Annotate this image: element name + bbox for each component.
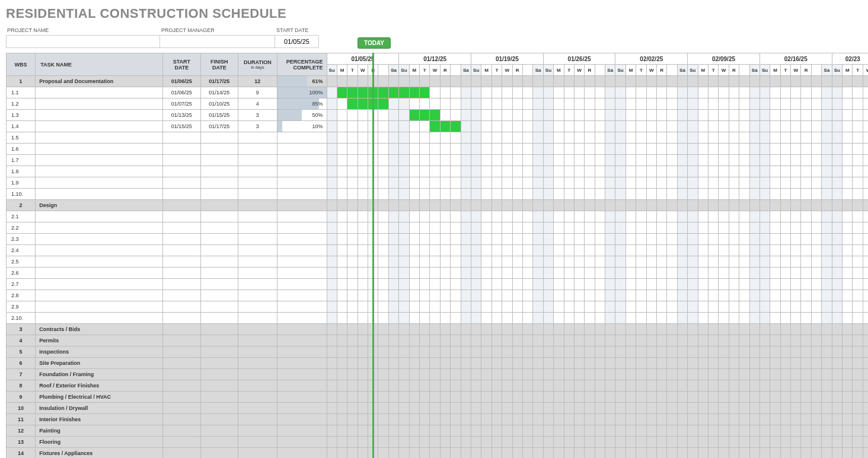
gantt-cell[interactable] bbox=[626, 313, 636, 324]
gantt-cell[interactable] bbox=[399, 392, 409, 403]
gantt-cell[interactable] bbox=[822, 132, 832, 144]
gantt-cell[interactable] bbox=[595, 437, 605, 448]
gantt-cell[interactable] bbox=[368, 313, 378, 324]
gantt-cell[interactable] bbox=[512, 346, 522, 358]
cell-finish[interactable]: 01/17/25 bbox=[200, 76, 238, 87]
cell-finish[interactable]: 01/17/25 bbox=[200, 121, 238, 132]
gantt-cell[interactable] bbox=[646, 290, 656, 301]
gantt-cell[interactable] bbox=[708, 144, 718, 155]
cell-duration[interactable] bbox=[238, 313, 277, 324]
gantt-cell[interactable] bbox=[801, 110, 811, 121]
gantt-cell[interactable] bbox=[388, 121, 398, 132]
gantt-cell[interactable] bbox=[822, 414, 832, 425]
gantt-cell[interactable] bbox=[585, 313, 595, 324]
gantt-cell[interactable] bbox=[512, 211, 522, 222]
gantt-cell[interactable] bbox=[853, 346, 863, 358]
gantt-cell[interactable] bbox=[749, 245, 760, 256]
gantt-cell[interactable] bbox=[512, 76, 522, 87]
gantt-cell[interactable] bbox=[719, 132, 729, 144]
gantt-cell[interactable] bbox=[347, 346, 358, 358]
gantt-cell[interactable] bbox=[615, 369, 626, 380]
gantt-cell[interactable] bbox=[512, 324, 522, 335]
gantt-cell[interactable] bbox=[358, 335, 368, 346]
gantt-cell[interactable] bbox=[832, 222, 842, 234]
gantt-cell[interactable] bbox=[399, 358, 409, 369]
gantt-cell[interactable] bbox=[471, 324, 481, 335]
cell-percent[interactable] bbox=[277, 414, 327, 425]
gantt-cell[interactable] bbox=[749, 87, 760, 98]
gantt-cell[interactable] bbox=[430, 358, 440, 369]
gantt-cell[interactable] bbox=[440, 166, 450, 177]
gantt-cell[interactable] bbox=[791, 155, 801, 166]
gantt-cell[interactable] bbox=[554, 392, 564, 403]
gantt-cell[interactable] bbox=[729, 177, 739, 189]
gantt-cell[interactable] bbox=[543, 301, 553, 313]
gantt-cell[interactable] bbox=[657, 211, 667, 222]
gantt-cell[interactable] bbox=[533, 279, 543, 290]
gantt-cell[interactable] bbox=[677, 155, 687, 166]
gantt-cell[interactable] bbox=[853, 358, 863, 369]
gantt-cell[interactable] bbox=[564, 121, 574, 132]
cell-duration[interactable] bbox=[238, 414, 277, 425]
cell-finish[interactable] bbox=[200, 346, 238, 358]
gantt-cell[interactable] bbox=[780, 189, 790, 200]
gantt-cell[interactable] bbox=[502, 380, 512, 392]
gantt-cell[interactable] bbox=[605, 76, 615, 87]
gantt-cell[interactable] bbox=[843, 144, 853, 155]
gantt-cell[interactable] bbox=[358, 76, 368, 87]
gantt-cell[interactable] bbox=[420, 279, 430, 290]
gantt-cell[interactable] bbox=[368, 279, 378, 290]
gantt-cell[interactable] bbox=[399, 369, 409, 380]
cell-percent[interactable] bbox=[277, 268, 327, 279]
gantt-cell[interactable] bbox=[585, 177, 595, 189]
gantt-cell[interactable] bbox=[522, 290, 532, 301]
cell-duration[interactable]: 3 bbox=[238, 121, 277, 132]
gantt-cell[interactable] bbox=[522, 403, 532, 414]
gantt-cell[interactable] bbox=[760, 76, 770, 87]
gantt-cell[interactable] bbox=[657, 166, 667, 177]
gantt-cell[interactable] bbox=[543, 87, 553, 98]
gantt-cell[interactable] bbox=[420, 177, 430, 189]
gantt-cell[interactable] bbox=[780, 301, 790, 313]
gantt-cell[interactable] bbox=[688, 256, 698, 268]
gantt-cell[interactable] bbox=[719, 279, 729, 290]
gantt-cell[interactable] bbox=[749, 177, 760, 189]
gantt-cell[interactable] bbox=[822, 335, 832, 346]
gantt-cell[interactable] bbox=[512, 290, 522, 301]
gantt-cell[interactable] bbox=[615, 448, 626, 459]
gantt-cell[interactable] bbox=[646, 392, 656, 403]
gantt-cell[interactable] bbox=[646, 121, 656, 132]
gantt-cell[interactable] bbox=[832, 110, 842, 121]
gantt-cell[interactable] bbox=[471, 144, 481, 155]
cell-wbs[interactable]: 2.4 bbox=[7, 245, 36, 256]
gantt-cell[interactable] bbox=[646, 155, 656, 166]
gantt-cell[interactable] bbox=[378, 98, 388, 110]
gantt-cell[interactable] bbox=[657, 313, 667, 324]
cell-start[interactable]: 01/13/25 bbox=[163, 110, 200, 121]
gantt-cell[interactable] bbox=[327, 121, 337, 132]
gantt-cell[interactable] bbox=[667, 177, 677, 189]
gantt-cell[interactable] bbox=[595, 256, 605, 268]
gantt-cell[interactable] bbox=[502, 76, 512, 87]
gantt-cell[interactable] bbox=[646, 87, 656, 98]
gantt-cell[interactable] bbox=[543, 76, 553, 87]
gantt-cell[interactable] bbox=[327, 211, 337, 222]
cell-percent[interactable] bbox=[277, 177, 327, 189]
gantt-cell[interactable] bbox=[554, 189, 564, 200]
gantt-cell[interactable] bbox=[522, 155, 532, 166]
gantt-cell[interactable] bbox=[760, 166, 770, 177]
gantt-cell[interactable] bbox=[327, 76, 337, 87]
gantt-cell[interactable] bbox=[780, 346, 790, 358]
gantt-cell[interactable] bbox=[780, 448, 790, 459]
gantt-cell[interactable] bbox=[605, 144, 615, 155]
gantt-cell[interactable] bbox=[636, 144, 646, 155]
gantt-cell[interactable] bbox=[780, 392, 790, 403]
gantt-cell[interactable] bbox=[512, 245, 522, 256]
cell-task[interactable] bbox=[36, 144, 163, 155]
gantt-cell[interactable] bbox=[749, 414, 760, 425]
cell-task[interactable] bbox=[36, 211, 163, 222]
gantt-cell[interactable] bbox=[420, 290, 430, 301]
gantt-cell[interactable] bbox=[708, 121, 718, 132]
gantt-cell[interactable] bbox=[451, 290, 461, 301]
gantt-cell[interactable] bbox=[605, 121, 615, 132]
